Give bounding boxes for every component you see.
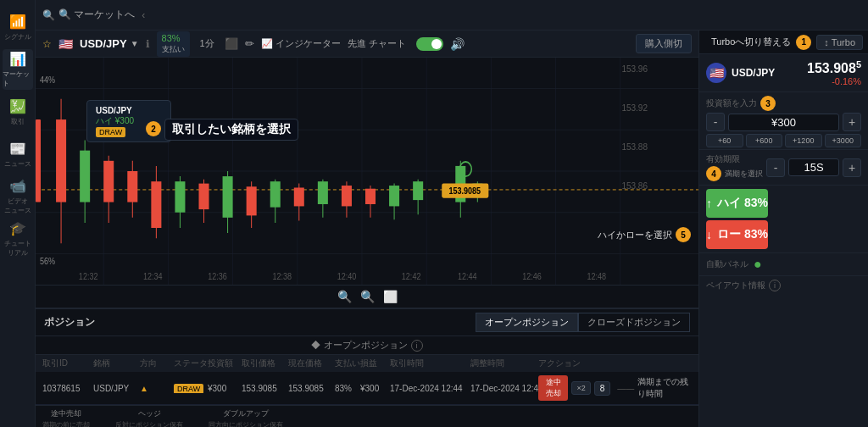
sidebar-item-news[interactable]: 📰 ニュース [3,134,33,175]
panel-price: 153.9085 [807,59,861,76]
candle-tooltip: USD/JPY ハイ ¥300 DRAW [86,100,171,142]
svg-rect-44 [389,186,399,206]
open-positions-label: ◆ オープンポジション i [36,336,698,355]
arrow-down-icon: ↓ [706,228,712,241]
timeframe-btn[interactable]: 1分 [197,36,218,52]
tab-open-positions[interactable]: オープンポジション [476,313,578,332]
annotation-sell-title: 途中売却 [51,408,81,419]
annotation-5-row: ハイかローを選択 5 [598,227,691,242]
svg-rect-18 [80,151,90,202]
sidebar-label-videonews: ビデオニュース [4,197,31,215]
tooltip-symbol: USD/JPY [96,106,162,115]
invest-plus-btn[interactable]: + [843,113,861,131]
expiry-display: 15S [788,158,839,176]
info-circle-icon[interactable]: i [411,340,423,352]
annotation-double-sub: 同方向にポジション保有 [209,420,283,427]
sidebar-label-market: マーケット [3,69,33,88]
symbol-bar: ☆ 🇺🇸 USD/JPY ▼ ℹ 83% 支払い 1分 ⬛ ✏ [36,30,698,58]
invest-display: ¥300 [728,114,839,131]
chart-candle-icon[interactable]: ⬛ [225,37,238,50]
search-icon: 🔍 [42,9,55,21]
payout-label: ペイアウト情報 [706,280,765,291]
table-row: 10378615 USD/JPY ▲ DRAW ¥300 153.9085 15… [36,372,698,405]
panel-symbol-name: USD/JPY [732,67,775,79]
expiry-plus-btn[interactable]: + [843,158,861,177]
zoom-out-btn[interactable]: 🔍 [360,290,375,303]
col-header-status: ステータス [174,358,208,369]
col-header-open: 取引価格 [242,358,288,369]
toggle-switch[interactable] [416,37,443,51]
quick-1200-btn[interactable]: +1200 [785,134,822,147]
info-icon[interactable]: ℹ [146,38,150,50]
sidebar-item-trade[interactable]: 💹 取引 [3,92,33,132]
svg-text:56%: 56% [40,256,55,266]
search-box[interactable]: 🔍 🔍 マーケットへ [42,8,135,22]
expiry-minus-btn[interactable]: - [766,158,785,177]
col-header-profit: 損益 [360,358,390,369]
positions-panel: ポジション オープンポジション クローズドポジション ◆ オープンポジション i [36,308,698,427]
sidebar-label-news: ニュース [4,159,31,169]
svg-rect-42 [365,189,376,204]
turbo-switch-btn[interactable]: ↕ Turbo [816,35,863,50]
quick-60-btn[interactable]: +60 [706,134,743,147]
action-x2-btn[interactable]: ×2 [571,381,590,395]
videonews-icon: 📹 [9,178,26,194]
indicator-btn[interactable]: 📈 インジケーター [261,37,341,50]
positions-tabs: オープンポジション クローズドポジション [476,313,690,332]
action-sell-btn[interactable]: 途中売却 [538,375,568,401]
svg-text:153.9085: 153.9085 [448,186,481,196]
favorite-star[interactable]: ☆ [42,38,52,50]
tab-closed-positions[interactable]: クローズドポジション [578,313,690,332]
svg-rect-16 [56,119,66,202]
pen-tool-btn[interactable]: ✏ [245,37,254,50]
low-btn[interactable]: ↓ ロー 83% [706,220,768,249]
high-btn[interactable]: ↑ ハイ 83% [706,189,768,218]
row-invest: ¥300 [208,384,242,393]
annotation-double-title: ダブルアップ [223,408,269,419]
collapse-btn[interactable]: ‹ [142,9,145,21]
auto-label: 自動パネル [706,258,748,270]
turbo-switch-label: Turboへ切り替える [711,36,791,48]
payout-row: ペイアウト情報 i [699,276,868,295]
quick-600-btn[interactable]: +600 [746,134,783,147]
buy-sell-btn[interactable]: 購入側切 [636,34,692,53]
auto-status-dot: ● [754,257,762,272]
annotation-sell-sub: 満期の前に売却 [42,420,90,427]
low-btn-container: ハイかローを選択 5 ↓ ロー 83% [699,220,868,252]
annotation-badge-3: 3 [760,96,776,111]
svg-rect-38 [318,181,328,204]
trade-icon: 💹 [9,98,26,114]
invest-minus-btn[interactable]: - [706,113,725,131]
tooltip-direction: ハイ ¥300 [96,115,162,127]
row-cur-price: 153.9085 [288,384,335,393]
row-payout: 83% [335,384,360,393]
sidebar-item-videonews[interactable]: 📹 ビデオニュース [3,176,33,217]
positions-header: ポジション オープンポジション クローズドポジション [36,309,698,336]
col-header-time: 取引時間 [390,358,470,369]
sidebar-item-tutorial[interactable]: 🎓 チュートリアル [3,219,33,259]
row-open-price: 153.9085 [242,384,288,393]
quick-3000-btn[interactable]: +3000 [825,134,862,147]
row-id: 10378615 [42,384,93,393]
payout-info-icon[interactable]: i [769,280,781,291]
signal-icon: 📶 [9,14,26,30]
chart-type-btn[interactable]: 先進 チャート [348,37,406,50]
svg-rect-30 [223,176,233,218]
row-open-time: 17-Dec-2024 12:44 [390,384,470,393]
topbar: 🔍 🔍 マーケットへ ‹ [36,0,868,30]
y-label-3: 153.88 [621,140,648,155]
col-header-id: 取引ID [42,358,93,369]
row-close-time: 17-Dec-2024 12:44 [470,384,538,393]
arrow-up-icon: ↑ [706,197,712,210]
zoom-in-btn[interactable]: 🔍 [337,290,352,303]
panel-flag: 🇺🇸 [706,63,726,83]
svg-text:12:38: 12:38 [272,271,292,281]
chart-canvas: 12:32 12:34 12:36 12:38 12:40 12:42 12:4… [36,58,698,285]
volume-icon[interactable]: 🔊 [450,37,465,51]
svg-text:12:32: 12:32 [79,271,98,281]
sidebar-item-market[interactable]: 📊 マーケット [3,49,33,90]
col-header-inv: 投資額 [208,358,242,369]
sidebar-item-signal[interactable]: 📶 シグナル [3,7,33,47]
symbol-name[interactable]: USD/JPY ▼ [80,37,139,50]
chart-fullscreen-btn[interactable]: ⬜ [383,290,398,303]
